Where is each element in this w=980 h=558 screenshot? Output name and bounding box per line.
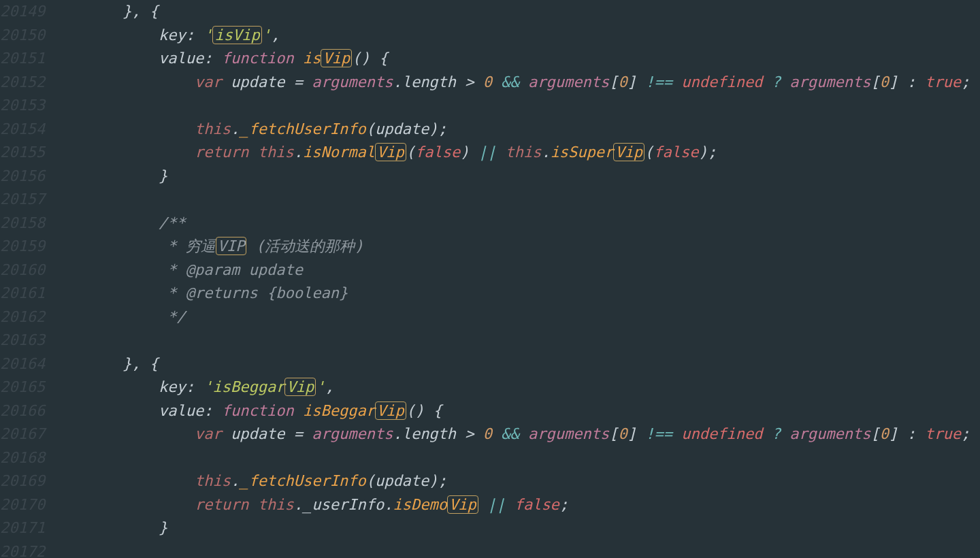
code-token: (活动送的那种) <box>246 237 363 255</box>
code-token: {boolean} <box>258 284 348 301</box>
code-editor[interactable]: 2014920150201512015220153201542015520156… <box>0 0 980 558</box>
code-token: (update); <box>366 120 447 137</box>
code-token: !== <box>645 425 672 442</box>
code-token: . <box>294 144 303 161</box>
code-token <box>505 496 514 513</box>
code-line[interactable] <box>122 94 980 118</box>
code-token: ? <box>772 73 781 91</box>
line-number: 20166 <box>0 399 44 423</box>
code-line[interactable]: key: 'isBeggarVip', <box>122 376 980 399</box>
code-token: update = <box>222 425 312 442</box>
code-token: isVip <box>212 26 261 44</box>
code-token <box>672 425 681 442</box>
code-token <box>763 73 772 91</box>
code-token: /** <box>159 214 186 231</box>
line-number: 20169 <box>0 470 44 493</box>
code-token: 0 <box>619 425 627 442</box>
code-line[interactable]: var update = arguments.length > 0 && arg… <box>122 71 980 95</box>
code-token: arguments <box>789 73 870 91</box>
code-token: value: <box>159 402 222 419</box>
code-token: 0 <box>880 73 889 91</box>
code-token: ; <box>961 73 970 91</box>
code-line[interactable]: return this.isNormalVip(false) || this.i… <box>122 141 980 165</box>
code-token: Vip <box>321 49 352 67</box>
code-token: ] : <box>889 73 925 91</box>
code-token: isBeggar <box>212 378 284 395</box>
code-token <box>294 50 303 67</box>
code-token <box>781 425 789 442</box>
code-line[interactable]: value: function isBeggarVip() { <box>122 399 980 423</box>
code-token: ( <box>644 144 653 161</box>
line-number: 20161 <box>0 282 44 306</box>
code-line[interactable]: }, { <box>122 352 980 376</box>
code-line[interactable]: var update = arguments.length > 0 && arg… <box>122 423 980 446</box>
code-token: Vip <box>447 495 478 514</box>
code-token: var <box>195 425 222 442</box>
code-line[interactable]: this._fetchUserInfo(update); <box>122 118 980 142</box>
code-token: isSuper <box>551 144 614 161</box>
code-token: update = <box>222 73 312 91</box>
code-token: || <box>478 144 497 161</box>
code-line[interactable]: } <box>122 516 980 540</box>
code-token: Vip <box>375 143 406 161</box>
code-token <box>519 73 528 91</box>
code-token: ( <box>406 144 415 161</box>
code-token: .length > <box>393 73 483 91</box>
code-line[interactable] <box>122 540 980 559</box>
code-line[interactable] <box>122 446 980 470</box>
line-number: 20150 <box>0 24 44 48</box>
code-line[interactable]: }, { <box>122 0 980 24</box>
code-token: ) <box>460 144 478 161</box>
code-token: 0 <box>483 73 492 91</box>
code-line[interactable] <box>122 329 980 352</box>
code-token: !== <box>645 73 672 91</box>
code-line[interactable]: this._fetchUserInfo(update); <box>122 470 980 493</box>
code-token: [ <box>609 73 618 91</box>
code-token: false <box>653 144 698 161</box>
code-token <box>492 425 501 442</box>
code-token: ] <box>627 425 646 442</box>
code-token: true <box>925 73 961 91</box>
line-number: 20168 <box>0 446 44 470</box>
code-token: var <box>195 73 222 91</box>
code-token: || <box>487 496 506 513</box>
code-token <box>248 144 257 161</box>
code-line[interactable]: * @returns {boolean} <box>122 282 980 306</box>
line-number: 20167 <box>0 423 44 446</box>
code-token: value: <box>159 50 222 67</box>
code-token: isNormal <box>303 144 375 161</box>
code-token: } <box>159 519 167 536</box>
code-token: update <box>240 261 303 278</box>
code-token: ' <box>203 27 212 44</box>
code-token: * <box>159 284 186 301</box>
code-token: * 穷逼 <box>159 237 216 255</box>
code-token: } <box>159 167 167 184</box>
code-line[interactable]: /** <box>122 212 980 235</box>
code-token: this <box>505 144 541 161</box>
line-number: 20170 <box>0 493 44 517</box>
code-token <box>478 496 487 513</box>
code-token: , <box>271 27 280 44</box>
code-line[interactable]: */ <box>122 306 980 329</box>
code-line[interactable]: * 穷逼VIP (活动送的那种) <box>122 235 980 259</box>
code-token: * <box>159 261 186 278</box>
code-line[interactable]: return this._userInfo.isDemoVip || false… <box>122 493 980 517</box>
code-token: Vip <box>613 143 644 161</box>
code-token: this <box>195 472 231 489</box>
code-line[interactable]: * @param update <box>122 259 980 282</box>
code-line[interactable]: value: function isVip() { <box>122 47 980 71</box>
code-line[interactable] <box>122 188 980 212</box>
code-token: key: <box>159 27 203 44</box>
code-area[interactable]: }, { key: 'isVip', value: function isVip… <box>48 0 980 558</box>
code-token: , <box>325 378 333 395</box>
code-token: arguments <box>312 425 393 442</box>
code-token: _userInfo <box>303 496 384 513</box>
line-number: 20153 <box>0 94 44 118</box>
code-line[interactable]: key: 'isVip', <box>122 24 980 48</box>
code-token: isBeggar <box>303 402 375 419</box>
code-token <box>519 425 528 442</box>
code-line[interactable]: } <box>122 165 980 188</box>
code-token: 0 <box>483 425 492 442</box>
line-number: 20152 <box>0 71 44 95</box>
line-number: 20154 <box>0 118 44 142</box>
